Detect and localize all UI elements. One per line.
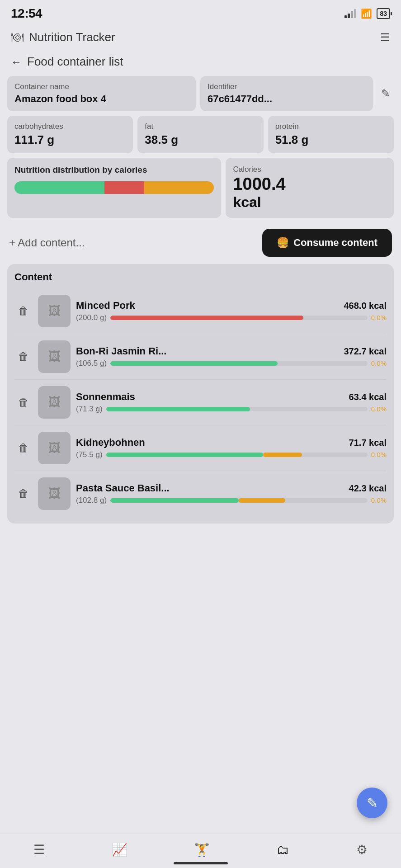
- nav-item-chart[interactable]: 📈: [112, 842, 127, 857]
- carbs-bar-segment: [14, 181, 104, 194]
- content-section: Content 🗑 🖼 Minced Pork 468.0 kcal (200.…: [7, 264, 394, 524]
- food-name-2: Sonnenmais: [76, 391, 135, 403]
- food-thumbnail-4: 🖼: [38, 477, 71, 510]
- food-weight-4: (102.8 g): [76, 496, 107, 505]
- delete-item-1-button[interactable]: 🗑: [14, 349, 33, 365]
- container-nav-icon: 🗂: [277, 842, 289, 857]
- signal-icon: [344, 9, 356, 18]
- delete-item-4-button[interactable]: 🗑: [14, 486, 33, 502]
- status-icons: 📶 83: [344, 8, 390, 19]
- food-info-3: Kidneybohnen 71.7 kcal (75.5 g) 0.0%: [76, 437, 387, 459]
- app-icon: 🍽: [11, 30, 24, 45]
- nav-item-container[interactable]: 🗂: [277, 842, 289, 857]
- macros-row: carbohydrates 111.7 g fat 38.5 g protein…: [7, 116, 394, 153]
- fat-label: fat: [145, 122, 256, 131]
- food-weight-2: (71.3 g): [76, 405, 103, 414]
- back-nav[interactable]: ← Food container list: [0, 50, 401, 76]
- food-bar-3: [106, 453, 368, 457]
- food-pct-2: 0.0%: [371, 405, 387, 413]
- identifier-value: 67c61477dd...: [208, 93, 366, 105]
- food-thumbnail-1: 🖼: [38, 340, 71, 373]
- food-pct-1: 0.0%: [371, 359, 387, 367]
- food-name-0: Minced Pork: [76, 300, 135, 311]
- food-name-3: Kidneybohnen: [76, 437, 145, 448]
- food-bar-2: [106, 407, 368, 411]
- food-bar-fill-4: [110, 498, 239, 503]
- food-bar-fill-1: [110, 361, 278, 366]
- protein-value: 51.8 g: [275, 133, 387, 147]
- nutrition-row: Nutrition distribution by calories Calor…: [7, 158, 394, 218]
- carbs-label: carbohydrates: [14, 122, 126, 131]
- status-time: 12:54: [11, 6, 42, 21]
- home-indicator: [174, 862, 228, 864]
- fat-bar-segment: [104, 181, 144, 194]
- calories-label: Calories: [233, 165, 387, 174]
- list-nav-icon: ☰: [33, 842, 45, 857]
- container-name-card: Container name Amazon food box 4: [7, 76, 196, 111]
- add-content-button[interactable]: + Add content...: [9, 236, 85, 249]
- food-kcal-2: 63.4 kcal: [349, 392, 387, 402]
- status-bar: 12:54 📶 83: [0, 0, 401, 24]
- wifi-icon: 📶: [361, 8, 372, 19]
- food-kcal-0: 468.0 kcal: [344, 301, 387, 311]
- thumbnail-image-icon-4: 🖼: [48, 486, 61, 501]
- list-item: 🗑 🖼 Bon-Ri Jasmin Ri... 372.7 kcal (106.…: [14, 334, 387, 380]
- food-info-2: Sonnenmais 63.4 kcal (71.3 g) 0.0%: [76, 391, 387, 414]
- edit-container-button[interactable]: ✎: [377, 84, 394, 104]
- nutrition-distribution-card: Nutrition distribution by calories: [7, 158, 221, 218]
- carbs-card: carbohydrates 111.7 g: [7, 116, 133, 153]
- nav-item-workout[interactable]: 🏋: [194, 842, 210, 857]
- protein-card: protein 51.8 g: [268, 116, 394, 153]
- calories-unit: kcal: [233, 194, 387, 211]
- food-pct-4: 0.0%: [371, 496, 387, 504]
- settings-nav-icon: ⚙: [356, 842, 368, 857]
- protein-label: protein: [275, 122, 387, 131]
- food-bar-protein-3: [263, 453, 302, 457]
- food-name-4: Pasta Sauce Basil...: [76, 482, 170, 494]
- food-weight-1: (106.5 g): [76, 359, 107, 368]
- carbs-value: 111.7 g: [14, 133, 126, 147]
- app-title-row: 🍽 Nutrition Tracker: [11, 30, 115, 45]
- food-bar-0: [110, 316, 368, 320]
- nutrition-dist-title: Nutrition distribution by calories: [14, 165, 214, 175]
- food-bar-fill-2: [106, 407, 250, 411]
- main-content: Container name Amazon food box 4 Identif…: [0, 76, 401, 578]
- calories-card: Calories 1000.4 kcal: [226, 158, 394, 218]
- food-kcal-4: 42.3 kcal: [349, 483, 387, 494]
- delete-item-0-button[interactable]: 🗑: [14, 303, 33, 319]
- list-item: 🗑 🖼 Sonnenmais 63.4 kcal (71.3 g) 0.0%: [14, 380, 387, 425]
- food-weight-0: (200.0 g): [76, 313, 107, 322]
- battery-indicator: 83: [377, 8, 390, 19]
- delete-item-3-button[interactable]: 🗑: [14, 440, 33, 456]
- food-weight-3: (75.5 g): [76, 450, 103, 459]
- identifier-label: Identifier: [208, 82, 366, 91]
- consume-icon: 🍔: [277, 237, 289, 249]
- nav-item-settings[interactable]: ⚙: [356, 842, 368, 857]
- consume-content-button[interactable]: 🍔 Consume content: [262, 229, 392, 257]
- calories-value: 1000.4: [233, 175, 387, 194]
- delete-item-2-button[interactable]: 🗑: [14, 394, 33, 410]
- food-kcal-1: 372.7 kcal: [344, 346, 387, 357]
- fab-edit-button[interactable]: ✎: [357, 788, 387, 818]
- back-arrow-icon[interactable]: ←: [11, 56, 22, 68]
- container-info-row: Container name Amazon food box 4 Identif…: [7, 76, 394, 111]
- nutrition-bar: [14, 181, 214, 194]
- food-info-0: Minced Pork 468.0 kcal (200.0 g) 0.0%: [76, 300, 387, 322]
- food-bar-1: [110, 361, 368, 366]
- food-bar-protein-4: [239, 498, 285, 503]
- thumbnail-image-icon-1: 🖼: [48, 349, 61, 364]
- food-info-1: Bon-Ri Jasmin Ri... 372.7 kcal (106.5 g)…: [76, 345, 387, 368]
- container-name-label: Container name: [14, 82, 189, 91]
- thumbnail-image-icon-2: 🖼: [48, 395, 61, 410]
- food-info-4: Pasta Sauce Basil... 42.3 kcal (102.8 g)…: [76, 482, 387, 505]
- list-item: 🗑 🖼 Minced Pork 468.0 kcal (200.0 g) 0.0…: [14, 288, 387, 334]
- hamburger-menu-icon[interactable]: ☰: [380, 31, 390, 44]
- nav-item-list[interactable]: ☰: [33, 842, 45, 857]
- list-item: 🗑 🖼 Kidneybohnen 71.7 kcal (75.5 g) 0.0%: [14, 425, 387, 471]
- fat-card: fat 38.5 g: [137, 116, 263, 153]
- list-item: 🗑 🖼 Pasta Sauce Basil... 42.3 kcal (102.…: [14, 471, 387, 516]
- food-thumbnail-3: 🖼: [38, 432, 71, 464]
- action-row: + Add content... 🍔 Consume content: [7, 229, 394, 257]
- food-bar-fill-0: [110, 316, 303, 320]
- fat-value: 38.5 g: [145, 133, 256, 147]
